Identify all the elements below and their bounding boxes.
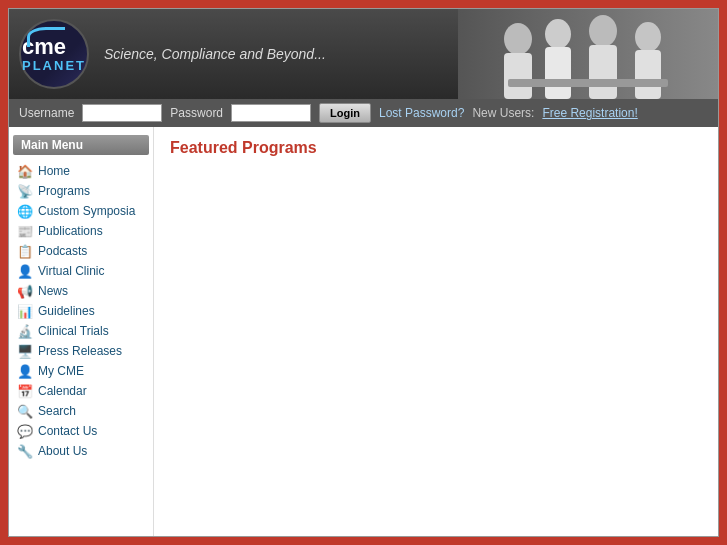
sidebar-icon-10: 👤	[17, 363, 33, 379]
svg-point-6	[589, 15, 617, 47]
sidebar-icon-6: 📢	[17, 283, 33, 299]
sidebar-icon-11: 📅	[17, 383, 33, 399]
sidebar-label-1: Programs	[38, 184, 90, 198]
sidebar: Main Menu 🏠Home📡Programs🌐Custom Symposia…	[9, 127, 154, 536]
svg-rect-9	[635, 50, 661, 99]
sidebar-label-7: Guidelines	[38, 304, 95, 318]
sidebar-item-clinical-trials[interactable]: 🔬Clinical Trials	[9, 321, 153, 341]
sidebar-item-custom-symposia[interactable]: 🌐Custom Symposia	[9, 201, 153, 221]
sidebar-item-news[interactable]: 📢News	[9, 281, 153, 301]
doctors-photo	[458, 9, 718, 99]
username-input[interactable]	[82, 104, 162, 122]
sidebar-label-4: Podcasts	[38, 244, 87, 258]
sidebar-label-6: News	[38, 284, 68, 298]
logo-arc	[27, 27, 65, 47]
sidebar-icon-8: 🔬	[17, 323, 33, 339]
logo-circle: cme PLANET	[19, 19, 89, 89]
sidebar-icon-14: 🔧	[17, 443, 33, 459]
sidebar-label-5: Virtual Clinic	[38, 264, 104, 278]
sidebar-label-13: Contact Us	[38, 424, 97, 438]
sidebar-title: Main Menu	[13, 135, 149, 155]
sidebar-label-3: Publications	[38, 224, 103, 238]
sidebar-icon-2: 🌐	[17, 203, 33, 219]
doctors-svg	[458, 9, 718, 99]
sidebar-items-container: 🏠Home📡Programs🌐Custom Symposia📰Publicati…	[9, 161, 153, 461]
svg-point-4	[545, 19, 571, 49]
sidebar-item-press-releases[interactable]: 🖥️Press Releases	[9, 341, 153, 361]
sidebar-item-calendar[interactable]: 📅Calendar	[9, 381, 153, 401]
svg-point-8	[635, 22, 661, 52]
header-tagline: Science, Compliance and Beyond...	[104, 46, 326, 62]
sidebar-item-programs[interactable]: 📡Programs	[9, 181, 153, 201]
sidebar-label-14: About Us	[38, 444, 87, 458]
new-users-label: New Users:	[472, 106, 534, 120]
featured-title: Featured Programs	[170, 139, 702, 157]
logo-area: cme PLANET Science, Compliance and Beyon…	[9, 19, 326, 89]
svg-rect-7	[589, 45, 617, 99]
sidebar-label-9: Press Releases	[38, 344, 122, 358]
username-label: Username	[19, 106, 74, 120]
main-content: Featured Programs	[154, 127, 718, 536]
sidebar-icon-9: 🖥️	[17, 343, 33, 359]
sidebar-label-10: My CME	[38, 364, 84, 378]
page-wrapper: cme PLANET Science, Compliance and Beyon…	[0, 0, 727, 545]
sidebar-item-guidelines[interactable]: 📊Guidelines	[9, 301, 153, 321]
svg-rect-3	[504, 53, 532, 99]
login-bar: Username Password Login Lost Password? N…	[9, 99, 718, 127]
sidebar-icon-5: 👤	[17, 263, 33, 279]
sidebar-icon-1: 📡	[17, 183, 33, 199]
inner-wrapper: cme PLANET Science, Compliance and Beyon…	[8, 8, 719, 537]
lost-password-link[interactable]: Lost Password?	[379, 106, 464, 120]
sidebar-item-virtual-clinic[interactable]: 👤Virtual Clinic	[9, 261, 153, 281]
header-photo	[458, 9, 718, 99]
header: cme PLANET Science, Compliance and Beyon…	[9, 9, 718, 99]
svg-rect-10	[508, 79, 668, 87]
sidebar-label-0: Home	[38, 164, 70, 178]
sidebar-icon-4: 📋	[17, 243, 33, 259]
sidebar-label-11: Calendar	[38, 384, 87, 398]
sidebar-label-2: Custom Symposia	[38, 204, 135, 218]
sidebar-item-podcasts[interactable]: 📋Podcasts	[9, 241, 153, 261]
sidebar-icon-12: 🔍	[17, 403, 33, 419]
login-button[interactable]: Login	[319, 103, 371, 123]
svg-rect-5	[545, 47, 571, 99]
sidebar-item-contact-us[interactable]: 💬Contact Us	[9, 421, 153, 441]
sidebar-icon-7: 📊	[17, 303, 33, 319]
sidebar-label-8: Clinical Trials	[38, 324, 109, 338]
sidebar-item-search[interactable]: 🔍Search	[9, 401, 153, 421]
register-link[interactable]: Free Registration!	[542, 106, 637, 120]
sidebar-icon-0: 🏠	[17, 163, 33, 179]
content-area: Main Menu 🏠Home📡Programs🌐Custom Symposia…	[9, 127, 718, 536]
sidebar-item-about-us[interactable]: 🔧About Us	[9, 441, 153, 461]
sidebar-item-publications[interactable]: 📰Publications	[9, 221, 153, 241]
logo-planet-text: PLANET	[22, 58, 86, 73]
password-label: Password	[170, 106, 223, 120]
sidebar-label-12: Search	[38, 404, 76, 418]
sidebar-item-my-cme[interactable]: 👤My CME	[9, 361, 153, 381]
svg-point-2	[504, 23, 532, 55]
sidebar-icon-3: 📰	[17, 223, 33, 239]
password-input[interactable]	[231, 104, 311, 122]
sidebar-icon-13: 💬	[17, 423, 33, 439]
sidebar-item-home[interactable]: 🏠Home	[9, 161, 153, 181]
